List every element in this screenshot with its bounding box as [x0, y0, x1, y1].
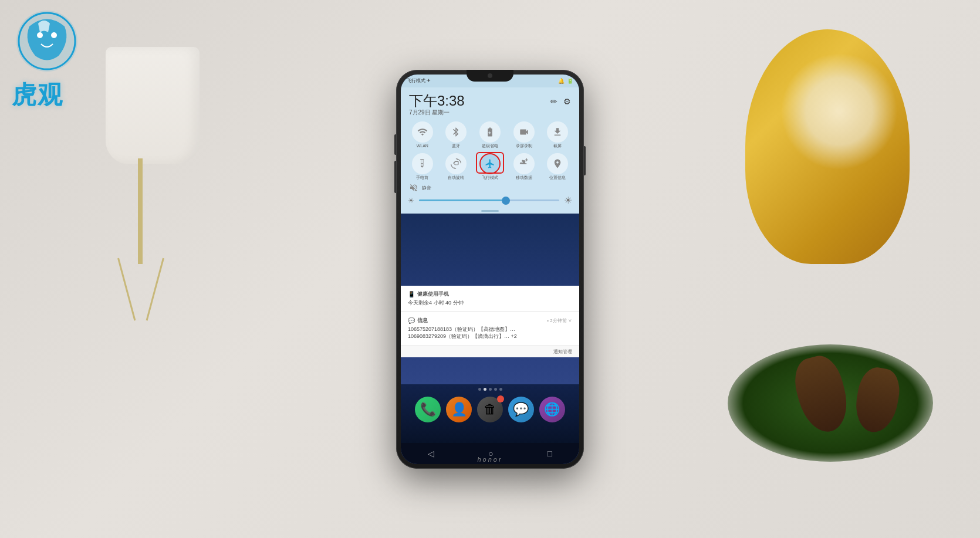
flashlight-label: 手电筒 [416, 175, 428, 180]
date-display: 7月29日 星期一 [409, 109, 465, 117]
screenshot-label: 截屏 [553, 144, 562, 148]
logo-icon [12, 9, 82, 73]
page-dot-5 [499, 388, 502, 391]
messages-notif-body1: 106575207188183（验证码）【高德地图】… [408, 326, 572, 333]
svg-point-3 [51, 32, 57, 38]
page-dots [401, 384, 579, 394]
lamp-shade [106, 47, 200, 164]
page-dot-2 [484, 388, 486, 391]
messages-notif-body2: 1069083279209（验证码）【滴滴出行】… +2 [408, 333, 572, 340]
sound-icon [409, 183, 418, 192]
dock-contacts-icon[interactable]: 👤 [446, 397, 472, 422]
airplane-mode-indicator: 飞行模式 ✈ [407, 77, 431, 84]
toggle-airplane-mode[interactable]: 飞行模式 [477, 153, 503, 180]
toggle-mobile-data[interactable]: 移动数据 [511, 153, 537, 180]
brightness-high-icon: ☀ [564, 195, 572, 206]
back-button[interactable]: ◁ [428, 449, 434, 458]
huguan-logo: 虎观 [12, 9, 117, 138]
pine-cone-area [698, 344, 933, 491]
quick-settings-panel[interactable]: 下午3:38 7月29日 星期一 ✏ ⚙ WLAN [401, 87, 579, 214]
dock-messages-icon[interactable]: 💬 [508, 397, 534, 422]
toggle-screenshot[interactable]: 截屏 [545, 121, 570, 148]
health-notif-body: 今天剩余4 小时 40 分钟 [408, 300, 572, 307]
vase-circle-highlight [780, 53, 898, 170]
phone-screen: 飞行模式 ✈ 🔔 🔋 下午3:38 7月29日 星期一 ✏ ⚙ [401, 75, 579, 464]
power-button[interactable] [584, 146, 586, 175]
toggle-flashlight[interactable]: 手电筒 [410, 153, 435, 180]
recents-button[interactable]: □ [548, 449, 552, 458]
notification-messages[interactable]: 💬 信息 • 2分钟前 ∨ 106575207188183（验证码）【高德地图】… [401, 312, 579, 345]
brightness-track[interactable] [419, 199, 559, 201]
dock-browser-icon[interactable]: 🌐 [539, 397, 565, 422]
app-dock: 📞 👤 🗑 💬 🌐 [401, 397, 579, 422]
logo-text: 虎观 [12, 79, 117, 111]
svg-rect-5 [522, 160, 525, 163]
status-right: 🔔 🔋 [558, 78, 573, 84]
settings-icon[interactable]: ⚙ [563, 97, 571, 106]
sound-label: 静音 [422, 185, 431, 191]
honor-brand: honor [477, 456, 502, 463]
mobile-data-label: 移动数据 [516, 175, 532, 180]
messages-notif-time: • 2分钟前 ∨ [547, 317, 572, 324]
collapse-handle[interactable] [401, 208, 579, 214]
flashlight-icon [412, 153, 433, 174]
page-dot-1 [478, 388, 481, 391]
time-display: 下午3:38 [409, 93, 465, 109]
edit-icon[interactable]: ✏ [550, 97, 557, 106]
brightness-thumb[interactable] [502, 197, 510, 205]
screenshot-icon [547, 121, 568, 143]
location-icon [547, 153, 568, 174]
notif-messages-header: 💬 信息 • 2分钟前 ∨ [408, 317, 572, 324]
brightness-row: ☀ ☀ [401, 192, 579, 208]
toggle-auto-rotate[interactable]: 自动旋转 [443, 153, 469, 180]
svg-point-2 [37, 32, 43, 38]
page-dot-4 [494, 388, 497, 391]
phone-notch [467, 70, 513, 82]
sound-row: 静音 [401, 182, 579, 192]
status-left: 飞行模式 ✈ [407, 77, 431, 84]
super-battery-icon [479, 121, 501, 143]
notification-bell-icon: 🔔 [558, 78, 565, 84]
messages-app-icon: 💬 [408, 317, 415, 324]
toggle-screen-record[interactable]: 录屏录制 [511, 121, 537, 148]
mobile-data-icon [513, 153, 535, 174]
brightness-low-icon: ☀ [408, 197, 414, 205]
super-battery-label: 超级省电 [482, 144, 498, 148]
vase-decoration [734, 29, 921, 323]
screen-record-icon [513, 121, 535, 143]
lamp-legs [106, 258, 176, 329]
toggle-wlan[interactable]: WLAN [410, 121, 435, 148]
notifications-area: 📱 健康使用手机 今天剩余4 小时 40 分钟 💬 信息 • 2分钟前 ∨ 10… [401, 286, 579, 357]
brightness-fill [419, 199, 510, 201]
toggles-row-2: 手电筒 自动旋转 飞行模式 [401, 151, 579, 182]
panel-header: 下午3:38 7月29日 星期一 ✏ ⚙ [401, 87, 579, 119]
phone-device: 飞行模式 ✈ 🔔 🔋 下午3:38 7月29日 星期一 ✏ ⚙ [396, 70, 584, 469]
notification-manage-button[interactable]: 通知管理 [401, 346, 579, 357]
toggles-row-1: WLAN 蓝牙 超级省电 [401, 119, 579, 151]
toggle-location[interactable]: 位置信息 [545, 153, 570, 180]
page-dot-3 [489, 388, 492, 391]
time-date-block: 下午3:38 7月29日 星期一 [409, 93, 465, 117]
vase-body [745, 29, 910, 264]
volume-down-button[interactable] [394, 161, 396, 193]
home-area: 📞 👤 🗑 💬 🌐 [401, 384, 579, 443]
dock-delete-icon[interactable]: 🗑 [477, 397, 503, 422]
toggle-bluetooth[interactable]: 蓝牙 [443, 121, 469, 148]
bluetooth-icon [445, 121, 467, 143]
notification-health[interactable]: 📱 健康使用手机 今天剩余4 小时 40 分钟 [401, 286, 579, 312]
volume-up-button[interactable] [394, 134, 396, 155]
wlan-label: WLAN [417, 144, 428, 148]
location-label: 位置信息 [549, 175, 566, 180]
battery-icon: 🔋 [567, 78, 573, 84]
lamp-stand [138, 158, 143, 264]
panel-action-icons: ✏ ⚙ [550, 97, 571, 106]
delete-badge [497, 395, 504, 402]
wlan-icon [412, 121, 433, 143]
toggle-super-battery[interactable]: 超级省电 [477, 121, 503, 148]
auto-rotate-icon [445, 153, 467, 174]
notif-health-header: 📱 健康使用手机 [408, 290, 572, 298]
dock-phone-icon[interactable]: 📞 [415, 397, 441, 422]
messages-app-name: 信息 [417, 317, 428, 324]
airplane-mode-icon [479, 153, 501, 174]
screen-record-label: 录屏录制 [516, 144, 532, 148]
